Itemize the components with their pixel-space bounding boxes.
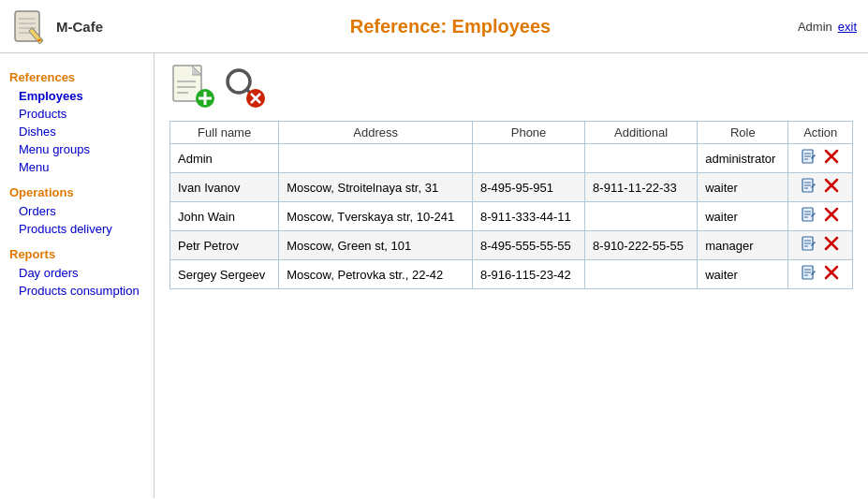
table-cell xyxy=(279,144,473,173)
table-row: Petr PetrovMoscow, Green st, 1018-495-55… xyxy=(170,231,853,260)
header: M-Cafe Reference: Employees Admin exit xyxy=(0,0,868,53)
table-cell xyxy=(585,144,698,173)
table-cell: Moscow, Stroitelnaya str, 31 xyxy=(279,173,473,202)
admin-label: Admin xyxy=(798,20,832,34)
action-cell xyxy=(788,173,853,202)
table-cell: Admin xyxy=(170,144,279,173)
employees-table: Full name Address Phone Additional Role … xyxy=(169,121,853,289)
search-button[interactable] xyxy=(220,63,267,110)
table-cell: 8-911-11-22-33 xyxy=(585,173,698,202)
table-cell: administrator xyxy=(698,144,788,173)
edit-button[interactable] xyxy=(798,176,820,198)
sidebar-section-reports[interactable]: Reports xyxy=(9,247,154,261)
table-cell: Sergey Sergeev xyxy=(170,260,279,289)
col-additional: Additional xyxy=(585,122,698,144)
action-cell xyxy=(788,260,853,289)
content-area: Full name Address Phone Additional Role … xyxy=(154,53,868,498)
edit-button[interactable] xyxy=(798,234,820,257)
delete-button[interactable] xyxy=(820,147,843,169)
table-cell xyxy=(472,144,584,173)
table-cell: Moscow, Petrovka str., 22-42 xyxy=(279,260,473,289)
app-title: M-Cafe xyxy=(56,19,103,35)
action-cell xyxy=(788,144,853,173)
action-cell xyxy=(788,231,853,260)
table-cell xyxy=(585,260,698,289)
table-row: John WainMoscow, Tverskaya str, 10-2418-… xyxy=(170,202,853,231)
sidebar-item-products-consumption[interactable]: Products consumption xyxy=(9,282,154,300)
logo-area: M-Cafe xyxy=(11,7,103,45)
delete-button[interactable] xyxy=(820,263,843,286)
table-cell: 8-495-95-951 xyxy=(472,173,584,202)
sidebar-item-employees[interactable]: Employees xyxy=(9,87,154,105)
page-title: Reference: Employees xyxy=(103,16,798,37)
sidebar-section-references[interactable]: References xyxy=(9,70,154,84)
table-body: AdminadministratorIvan IvanovMoscow, Str… xyxy=(170,144,853,289)
table-row: Sergey SergeevMoscow, Petrovka str., 22-… xyxy=(170,260,853,289)
sidebar: References Employees Products Dishes Men… xyxy=(0,53,154,498)
table-cell: waiter xyxy=(698,260,788,289)
col-action: Action xyxy=(788,122,853,144)
add-button[interactable] xyxy=(169,63,216,110)
sidebar-section-operations[interactable]: Operations xyxy=(9,185,154,199)
table-cell: Moscow, Tverskaya str, 10-241 xyxy=(279,202,473,231)
edit-button[interactable] xyxy=(798,205,820,227)
table-cell: 8-916-115-23-42 xyxy=(472,260,584,289)
user-area: Admin exit xyxy=(798,20,857,34)
exit-link[interactable]: exit xyxy=(838,20,857,34)
table-cell: 8-495-555-55-55 xyxy=(472,231,584,260)
col-fullname: Full name xyxy=(170,122,279,144)
main-layout: References Employees Products Dishes Men… xyxy=(0,53,868,498)
table-row: Ivan IvanovMoscow, Stroitelnaya str, 318… xyxy=(170,173,853,202)
table-row: Adminadministrator xyxy=(170,144,853,173)
sidebar-item-orders[interactable]: Orders xyxy=(9,202,154,220)
table-cell xyxy=(585,202,698,231)
table-cell: manager xyxy=(698,231,788,260)
action-cell xyxy=(788,202,853,231)
table-cell: John Wain xyxy=(170,202,279,231)
sidebar-item-menu-groups[interactable]: Menu groups xyxy=(9,140,154,158)
delete-button[interactable] xyxy=(820,205,843,227)
table-cell: Moscow, Green st, 101 xyxy=(279,231,473,260)
sidebar-item-products[interactable]: Products xyxy=(9,105,154,123)
col-role: Role xyxy=(698,122,788,144)
toolbar xyxy=(169,63,853,110)
table-cell: 8-910-222-55-55 xyxy=(585,231,698,260)
delete-button[interactable] xyxy=(820,234,843,257)
logo-icon xyxy=(11,7,49,45)
delete-button[interactable] xyxy=(820,176,843,198)
table-cell: Petr Petrov xyxy=(170,231,279,260)
search-icon xyxy=(220,63,267,110)
add-icon xyxy=(169,63,216,110)
sidebar-item-menu[interactable]: Menu xyxy=(9,158,154,176)
table-cell: waiter xyxy=(698,202,788,231)
col-address: Address xyxy=(279,122,473,144)
sidebar-item-products-delivery[interactable]: Products delivery xyxy=(9,220,154,238)
table-cell: 8-911-333-44-11 xyxy=(472,202,584,231)
edit-button[interactable] xyxy=(798,147,820,169)
col-phone: Phone xyxy=(472,122,584,144)
sidebar-item-dishes[interactable]: Dishes xyxy=(9,123,154,140)
edit-button[interactable] xyxy=(798,263,820,286)
table-cell: Ivan Ivanov xyxy=(170,173,279,202)
sidebar-item-day-orders[interactable]: Day orders xyxy=(9,264,154,282)
table-cell: waiter xyxy=(698,173,788,202)
